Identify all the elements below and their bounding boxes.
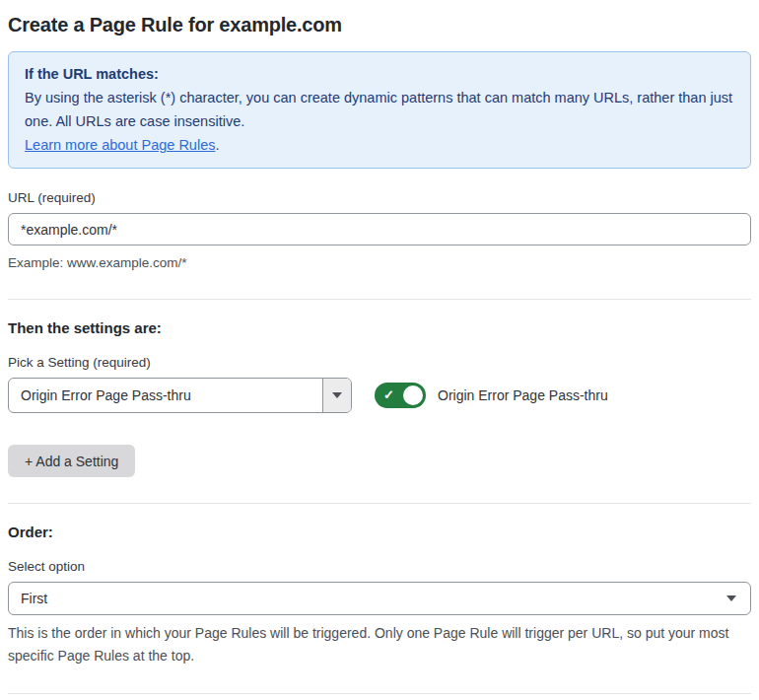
divider — [8, 299, 751, 300]
chevron-down-icon — [726, 595, 736, 601]
divider — [8, 693, 751, 694]
order-help-text: This is the order in which your Page Rul… — [8, 622, 747, 667]
setting-select-value: Origin Error Page Pass-thru — [9, 379, 322, 412]
setting-toggle-label: Origin Error Page Pass-thru — [438, 387, 608, 403]
order-select-value: First — [21, 591, 47, 606]
order-select[interactable]: First — [8, 582, 751, 615]
settings-section-heading: Then the settings are: — [8, 319, 751, 336]
info-box-link-line: Learn more about Page Rules. — [25, 133, 734, 157]
toggle-knob — [403, 385, 423, 405]
learn-more-link[interactable]: Learn more about Page Rules — [25, 137, 215, 153]
order-select-label: Select option — [8, 559, 751, 574]
setting-toggle[interactable]: ✓ — [375, 383, 426, 408]
page-title: Create a Page Rule for example.com — [8, 14, 751, 36]
divider — [8, 503, 751, 504]
info-box-body: By using the asterisk (*) character, you… — [25, 86, 734, 133]
url-input[interactable] — [8, 213, 751, 245]
url-example-text: Example: www.example.com/* — [8, 252, 751, 273]
url-field-label: URL (required) — [8, 190, 751, 205]
order-section-heading: Order: — [8, 524, 751, 540]
setting-row: Origin Error Page Pass-thru ✓ Origin Err… — [8, 378, 751, 413]
info-box-heading: If the URL matches: — [25, 62, 734, 86]
link-period: . — [215, 137, 219, 153]
setting-select[interactable]: Origin Error Page Pass-thru — [8, 378, 352, 413]
add-setting-button[interactable]: + Add a Setting — [8, 445, 135, 477]
pick-setting-label: Pick a Setting (required) — [8, 355, 751, 370]
url-match-info-box: If the URL matches: By using the asteris… — [8, 51, 751, 169]
setting-select-arrow-button[interactable] — [322, 379, 351, 412]
check-icon: ✓ — [383, 388, 394, 401]
chevron-down-icon — [332, 392, 342, 398]
